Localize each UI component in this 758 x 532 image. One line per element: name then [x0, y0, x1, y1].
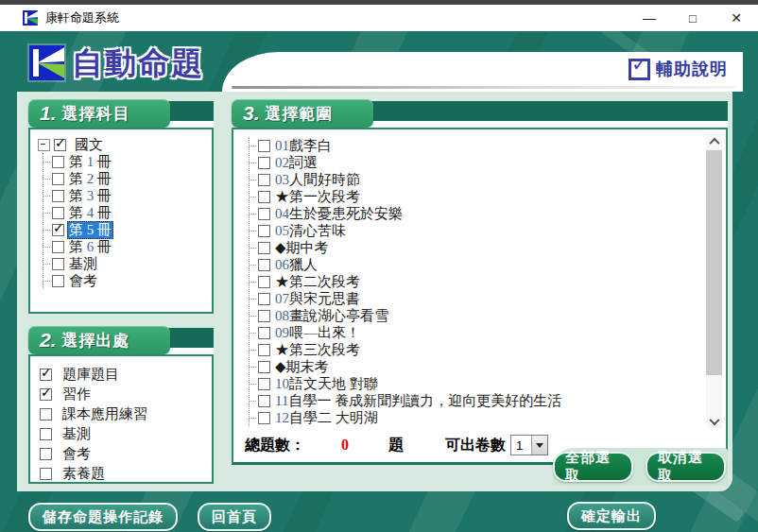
- total-label: 總題數：: [245, 436, 305, 455]
- minimize-icon: —: [643, 10, 656, 26]
- checkbox-unchecked[interactable]: [258, 242, 270, 254]
- item-label: 國文: [73, 136, 105, 154]
- checkbox-unchecked[interactable]: [40, 428, 52, 440]
- checkbox-unchecked[interactable]: [258, 259, 270, 271]
- minimize-button[interactable]: —: [628, 5, 671, 31]
- list-item[interactable]: 基測: [40, 425, 206, 443]
- tree-children: 第 1 冊第 2 冊第 3 冊第 4 冊第 5 冊第 6 冊基測會考: [43, 153, 210, 289]
- list-item[interactable]: ★第一次段考: [250, 188, 726, 205]
- list-item[interactable]: 01戲李白: [250, 137, 726, 154]
- checkbox-unchecked[interactable]: [258, 344, 270, 356]
- collapse-icon[interactable]: [38, 139, 50, 151]
- deselect-all-label: 取消選取: [658, 449, 714, 485]
- list-item[interactable]: ◆期中考: [250, 239, 726, 256]
- list-item[interactable]: 10語文天地 對聯: [250, 375, 726, 392]
- list-item[interactable]: 基測: [43, 255, 210, 272]
- list-item[interactable]: 09喂—出來！: [250, 324, 726, 341]
- list-item[interactable]: 08畫說湖心亭看雪: [250, 307, 726, 324]
- scroll-up-icon[interactable]: [706, 134, 722, 149]
- list-item[interactable]: 02詞選: [250, 154, 726, 171]
- list-item[interactable]: 第 2 冊: [43, 170, 210, 187]
- list-item[interactable]: 題庫題目: [40, 366, 206, 384]
- checkbox-unchecked[interactable]: [258, 412, 270, 424]
- item-number: 05: [275, 223, 289, 238]
- list-item[interactable]: 第 3 冊: [43, 187, 210, 204]
- list-item[interactable]: 12自學二 大明湖: [250, 409, 726, 426]
- list-item[interactable]: 課本應用練習: [40, 405, 206, 423]
- checkbox-unchecked[interactable]: [258, 310, 270, 322]
- maximize-button[interactable]: □: [671, 5, 715, 31]
- checkbox-unchecked[interactable]: [258, 157, 270, 169]
- list-item[interactable]: ★第三次段考: [250, 341, 726, 358]
- list-item[interactable]: 會考: [40, 445, 206, 463]
- deselect-all-button[interactable]: 取消選取: [646, 452, 726, 482]
- tree-root-item[interactable]: 國文: [38, 136, 210, 153]
- checkbox-unchecked[interactable]: [258, 208, 270, 220]
- checkbox-unchecked[interactable]: [258, 327, 270, 339]
- panel-range-header: 3. 選擇範圍: [232, 99, 728, 128]
- checkbox-unchecked[interactable]: [258, 140, 270, 152]
- checkbox-unchecked[interactable]: [52, 156, 64, 168]
- close-button[interactable]: ✕: [715, 5, 758, 31]
- list-item[interactable]: 04生於憂患死於安樂: [250, 205, 726, 222]
- checkbox-checked[interactable]: [40, 369, 52, 381]
- checkbox-unchecked[interactable]: [258, 191, 270, 203]
- list-item[interactable]: 素養題: [40, 465, 206, 483]
- checkbox-unchecked[interactable]: [40, 408, 52, 420]
- list-item[interactable]: 03人間好時節: [250, 171, 726, 188]
- home-button[interactable]: 回首頁: [198, 503, 271, 531]
- checkbox-unchecked[interactable]: [52, 241, 64, 253]
- panel-title: 選擇出處: [62, 330, 130, 352]
- dropdown-button[interactable]: [531, 436, 547, 455]
- item-label: 09喂—出來！: [273, 324, 362, 342]
- checkbox-unchecked[interactable]: [52, 190, 64, 202]
- scrollbar[interactable]: [706, 134, 722, 429]
- papers-count-select[interactable]: 1: [510, 435, 548, 455]
- item-label: 10語文天地 對聯: [273, 375, 380, 393]
- list-item[interactable]: 第 1 冊: [43, 153, 210, 170]
- checkbox-unchecked[interactable]: [52, 207, 64, 219]
- checkbox-unchecked[interactable]: [52, 173, 64, 185]
- list-item[interactable]: 第 6 冊: [43, 238, 210, 255]
- list-item[interactable]: ★第二次段考: [250, 273, 726, 290]
- list-item[interactable]: 07與宋元思書: [250, 290, 726, 307]
- checkbox-unchecked[interactable]: [258, 378, 270, 390]
- checkbox-checked[interactable]: [40, 388, 52, 401]
- save-log-label: 儲存命題操作記錄: [43, 508, 164, 526]
- window-controls: — □ ✕: [628, 5, 758, 31]
- checkbox-unchecked[interactable]: [258, 361, 270, 373]
- item-label: 會考: [67, 272, 99, 290]
- list-item[interactable]: 05清心苦味: [250, 222, 726, 239]
- list-item[interactable]: 習作: [40, 386, 206, 403]
- panel-select-range: 3. 選擇範圍 01戲李白02詞選03人間好時節★第一次段考04生於憂患死於安樂…: [232, 99, 728, 465]
- confirm-output-button[interactable]: 確定輸出: [567, 502, 656, 530]
- panel-select-source: 2. 選擇出處 題庫題目習作課本應用練習基測會考素養題: [28, 326, 214, 484]
- item-number: 06: [275, 257, 289, 272]
- checkbox-unchecked[interactable]: [258, 174, 270, 186]
- list-item[interactable]: ◆期末考: [250, 358, 726, 375]
- help-button[interactable]: 輔助說明: [629, 58, 728, 80]
- item-number: 12: [275, 410, 289, 425]
- item-label: 題庫題目: [60, 366, 121, 384]
- item-label: 第 1 冊: [67, 153, 113, 171]
- checkbox-unchecked[interactable]: [52, 275, 64, 287]
- checkbox-unchecked[interactable]: [52, 258, 64, 270]
- checkbox-unchecked[interactable]: [258, 225, 270, 237]
- checkbox-unchecked[interactable]: [258, 395, 270, 407]
- checkbox-checked[interactable]: [54, 139, 66, 151]
- checkbox-unchecked[interactable]: [258, 293, 270, 305]
- checkbox-unchecked[interactable]: [40, 468, 52, 480]
- list-item[interactable]: 會考: [43, 272, 210, 289]
- list-item[interactable]: 第 5 冊: [43, 221, 210, 238]
- select-all-button[interactable]: 全部選取: [553, 452, 633, 482]
- item-number: 1: [87, 154, 95, 169]
- list-item[interactable]: 11自學一 養成新聞判讀力，迎向更美好的生活: [250, 392, 726, 409]
- checkbox-unchecked[interactable]: [40, 448, 52, 460]
- list-item[interactable]: 第 4 冊: [43, 204, 210, 221]
- list-item[interactable]: 06獵人: [250, 256, 726, 273]
- checkbox-unchecked[interactable]: [258, 276, 270, 288]
- scrollbar-thumb[interactable]: [706, 150, 722, 375]
- scroll-down-icon[interactable]: [706, 414, 722, 429]
- checkbox-checked[interactable]: [52, 224, 64, 236]
- save-log-button[interactable]: 儲存命題操作記錄: [28, 503, 178, 531]
